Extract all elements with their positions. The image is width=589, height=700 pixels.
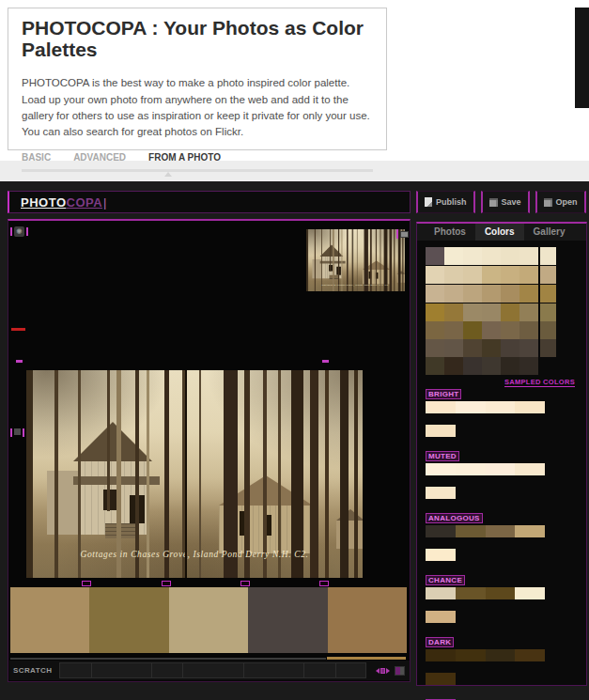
sampled-color-cell[interactable] [540, 303, 556, 321]
section-bar-cell[interactable] [515, 463, 545, 475]
sampled-color-cell[interactable] [463, 321, 482, 339]
sampled-color-cell[interactable] [501, 303, 519, 321]
save-button[interactable]: Save [481, 191, 530, 213]
section-bar-cell[interactable] [515, 587, 545, 599]
sampled-color-cell[interactable] [540, 339, 556, 357]
tab-photos[interactable]: Photos [425, 224, 475, 241]
thumbnail-collapse-icon[interactable] [400, 231, 409, 238]
section-swatch-analogous[interactable] [426, 549, 456, 561]
palette-swatch[interactable] [169, 587, 248, 653]
sampled-color-cell[interactable] [482, 357, 501, 375]
section-bar-cell[interactable] [486, 463, 516, 475]
section-swatch-dark[interactable] [426, 673, 456, 685]
sampled-color-cell[interactable] [501, 247, 519, 265]
sampled-color-cell[interactable] [463, 303, 482, 321]
sampled-color-cell[interactable] [519, 321, 538, 339]
sampled-color-cell[interactable] [426, 266, 444, 284]
section-swatch-muted[interactable] [426, 487, 456, 499]
sampled-color-cell[interactable] [444, 339, 463, 357]
section-bar-cell[interactable] [486, 587, 516, 599]
sampled-color-cell[interactable] [426, 285, 444, 303]
swatch-divider-handle[interactable] [319, 581, 329, 586]
sampled-color-cell[interactable] [501, 321, 519, 339]
sampled-color-cell[interactable] [444, 247, 463, 265]
section-swatch-chance[interactable] [426, 611, 456, 623]
sampled-color-cell[interactable] [540, 266, 556, 284]
sampled-color-cell[interactable] [540, 247, 556, 265]
sampled-color-cell[interactable] [463, 357, 482, 375]
sampled-color-cell[interactable] [426, 303, 444, 321]
gear-icon[interactable]: ✺ [14, 226, 24, 237]
swatch-divider-handle[interactable] [162, 581, 171, 586]
palette-swatch[interactable] [89, 587, 168, 653]
sampled-color-cell[interactable] [519, 357, 538, 375]
sampled-color-cell[interactable] [463, 266, 482, 284]
sampled-color-cell[interactable] [444, 285, 463, 303]
sampled-color-cell[interactable] [426, 247, 444, 265]
scratch-slot[interactable] [244, 662, 304, 678]
scratch-slot[interactable] [183, 662, 244, 678]
section-bar-cell[interactable] [456, 649, 486, 661]
sampled-color-cell[interactable] [444, 357, 463, 375]
scratch-slot[interactable] [152, 662, 183, 678]
swatch-divider-handle[interactable] [82, 581, 91, 586]
palette-swatch[interactable] [328, 587, 407, 653]
sampled-color-cell[interactable] [482, 339, 501, 357]
resize-arrows-icon[interactable] [376, 668, 390, 674]
doc-tab-basic[interactable]: BASIC [22, 152, 51, 163]
publish-button[interactable]: Publish [416, 191, 475, 213]
sampled-color-cell[interactable] [482, 321, 501, 339]
sampled-color-cell[interactable] [501, 285, 519, 303]
scratch-slot[interactable] [336, 662, 366, 678]
section-bar-cell[interactable] [456, 587, 486, 599]
palette-swatch[interactable] [10, 587, 89, 653]
sampled-color-cell[interactable] [482, 303, 501, 321]
view-toggle-icon[interactable] [395, 666, 405, 676]
tab-gallery[interactable]: Gallery [524, 224, 575, 241]
browser-scrollbar-thumb[interactable] [575, 8, 589, 108]
palette-swatch[interactable] [248, 587, 327, 653]
palette-slider-track[interactable] [10, 658, 326, 660]
section-bar-cell[interactable] [456, 525, 486, 537]
doc-tab-advanced[interactable]: ADVANCED [73, 152, 126, 163]
sampled-color-cell[interactable] [501, 266, 519, 284]
sample-point-handle[interactable] [14, 428, 21, 435]
scratch-slot[interactable] [304, 662, 336, 678]
sampled-color-cell[interactable] [444, 303, 463, 321]
sampled-color-cell[interactable] [519, 303, 538, 321]
section-swatch-bright[interactable] [426, 425, 456, 437]
sampled-color-cell[interactable] [519, 339, 538, 357]
sampled-color-cell[interactable] [426, 357, 444, 375]
section-bar-cell[interactable] [426, 587, 456, 599]
sampled-color-cell[interactable] [482, 247, 501, 265]
section-bar-cell[interactable] [515, 649, 545, 661]
sampled-color-cell[interactable] [426, 339, 444, 357]
sampled-color-cell[interactable] [540, 321, 556, 339]
sampled-color-cell[interactable] [540, 285, 556, 303]
sampled-color-cell[interactable] [444, 266, 463, 284]
section-bar-cell[interactable] [426, 401, 456, 413]
section-bar-cell[interactable] [456, 463, 486, 475]
sampled-color-cell[interactable] [501, 357, 519, 375]
sampled-color-cell[interactable] [519, 247, 538, 265]
section-bar-cell[interactable] [426, 649, 456, 661]
section-bar-cell[interactable] [486, 649, 516, 661]
section-bar-cell[interactable] [426, 463, 456, 475]
sampled-color-cell[interactable] [519, 266, 538, 284]
sampled-color-cell[interactable] [426, 321, 444, 339]
section-bar-cell[interactable] [515, 525, 545, 537]
section-bar-cell[interactable] [486, 525, 516, 537]
sampled-color-cell[interactable] [501, 339, 519, 357]
scratch-slot[interactable] [59, 662, 92, 678]
sampled-color-cell[interactable] [444, 321, 463, 339]
section-bar-cell[interactable] [486, 401, 516, 413]
sampled-color-cell[interactable] [463, 247, 482, 265]
photo-thumbnail[interactable]: Gottages in Chases Grove, Island Pond De… [306, 229, 405, 291]
section-bar-cell[interactable] [456, 401, 486, 413]
sampled-color-cell[interactable] [463, 285, 482, 303]
sampled-color-cell[interactable] [463, 339, 482, 357]
open-button[interactable]: Open [535, 191, 586, 213]
section-bar-cell[interactable] [515, 401, 545, 413]
tab-colors[interactable]: Colors [475, 224, 524, 241]
doc-tab-from-a-photo[interactable]: FROM A PHOTO [148, 152, 221, 163]
